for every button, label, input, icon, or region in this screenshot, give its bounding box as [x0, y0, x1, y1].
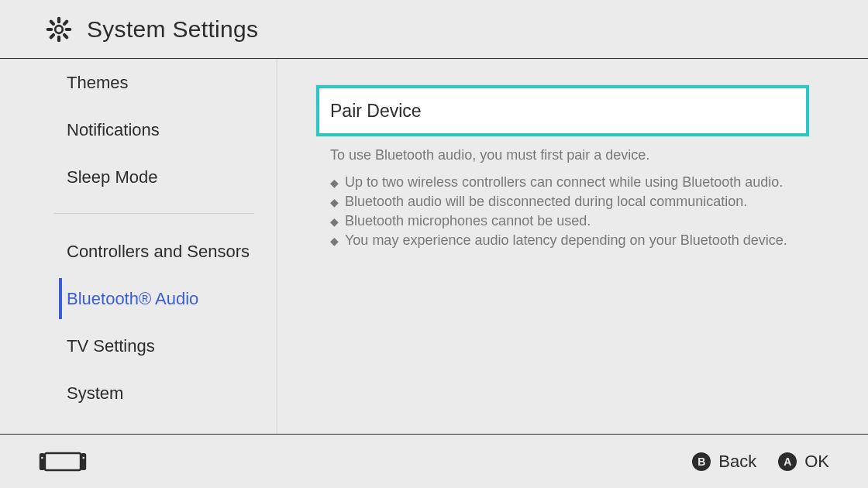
svg-point-4 [41, 456, 43, 459]
svg-point-5 [82, 456, 84, 459]
pair-device-button[interactable]: Pair Device [316, 85, 809, 136]
svg-rect-2 [40, 453, 45, 470]
diamond-icon: ◆ [330, 232, 339, 249]
sidebar-item-system[interactable]: System [0, 369, 277, 417]
ok-label: OK [804, 452, 829, 472]
footer: B Back A OK [0, 434, 868, 488]
bullet-item: ◆You may experience audio latency depend… [330, 232, 809, 249]
sidebar-item-label: Controllers and Sensors [67, 242, 250, 262]
bullet-text: Bluetooth microphones cannot be used. [345, 213, 591, 229]
diamond-icon: ◆ [330, 213, 339, 230]
console-icon [39, 451, 87, 473]
svg-point-0 [55, 26, 63, 33]
sidebar-item-label: System [67, 383, 123, 404]
bullet-item: ◆Bluetooth audio will be disconnected du… [330, 194, 809, 211]
sidebar-item-controllers-and-sensors[interactable]: Controllers and Sensors [0, 228, 277, 275]
main: ThemesNotificationsSleep ModeControllers… [0, 59, 868, 434]
sidebar-item-sleep-mode[interactable]: Sleep Mode [0, 153, 277, 201]
gear-icon [45, 15, 73, 43]
sidebar-item-label: Themes [67, 73, 128, 93]
sidebar: ThemesNotificationsSleep ModeControllers… [0, 59, 277, 434]
bullet-text: Bluetooth audio will be disconnected dur… [345, 194, 747, 210]
sidebar-item-notifications[interactable]: Notifications [0, 106, 277, 153]
sidebar-item-tv-settings[interactable]: TV Settings [0, 322, 277, 369]
sidebar-item-label: Bluetooth® Audio [67, 289, 198, 309]
sidebar-item-label: Sleep Mode [67, 167, 157, 187]
diamond-icon: ◆ [330, 174, 339, 191]
bullet-text: Up to two wireless controllers can conne… [345, 174, 783, 191]
instruction-text: To use Bluetooth audio, you must first p… [316, 147, 809, 163]
pair-device-label: Pair Device [330, 101, 422, 122]
content: Pair Device To use Bluetooth audio, you … [277, 59, 868, 434]
back-hint[interactable]: B Back [692, 452, 756, 472]
header: System Settings [0, 0, 868, 59]
sidebar-item-label: TV Settings [67, 336, 155, 356]
svg-rect-3 [81, 453, 86, 470]
diamond-icon: ◆ [330, 194, 339, 211]
sidebar-item-label: Notifications [67, 120, 160, 140]
sidebar-item-themes[interactable]: Themes [0, 59, 277, 106]
bullet-item: ◆Up to two wireless controllers can conn… [330, 174, 809, 191]
ok-hint[interactable]: A OK [778, 452, 829, 472]
page-title: System Settings [87, 16, 258, 43]
b-button-icon: B [692, 452, 711, 471]
bullet-text: You may experience audio latency dependi… [345, 232, 787, 249]
bullets-list: ◆Up to two wireless controllers can conn… [316, 174, 809, 249]
back-label: Back [718, 452, 756, 472]
a-button-icon: A [778, 452, 797, 471]
svg-rect-1 [45, 453, 81, 470]
sidebar-item-bluetooth-audio[interactable]: Bluetooth® Audio [0, 275, 277, 322]
bullet-item: ◆Bluetooth microphones cannot be used. [330, 213, 809, 230]
sidebar-divider [54, 213, 254, 214]
